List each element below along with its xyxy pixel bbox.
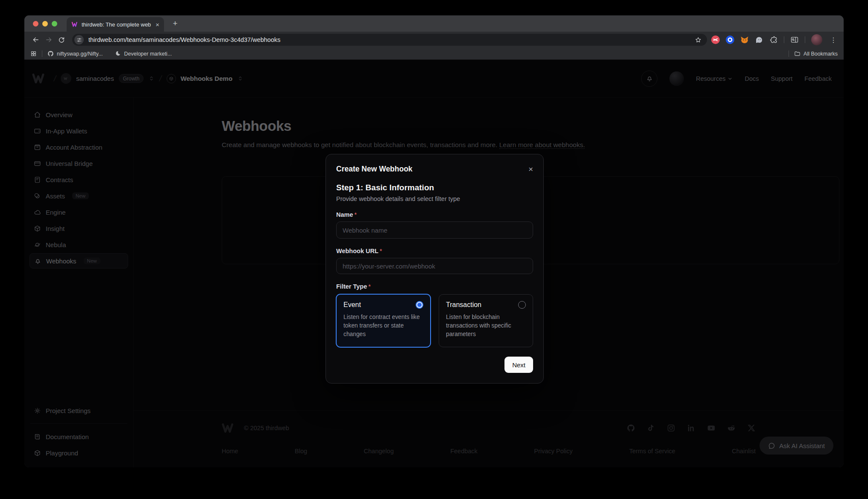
webhook-url-label: Webhook URL* bbox=[336, 248, 533, 254]
minimize-window-button[interactable] bbox=[42, 21, 48, 27]
browser-menu-icon[interactable]: ⋮ bbox=[828, 36, 839, 44]
webhook-name-input[interactable] bbox=[336, 221, 533, 239]
maximize-window-button[interactable] bbox=[52, 21, 57, 27]
browser-profile-avatar[interactable] bbox=[811, 34, 822, 45]
page-viewport: / saminacodes Growth / Webhooks Demo bbox=[24, 60, 844, 467]
filter-option-title: Transaction bbox=[446, 301, 481, 309]
browser-tab[interactable]: thirdweb: The complete web3 × bbox=[67, 17, 164, 32]
bookmark-item[interactable]: niftyswap.gg/Nifty... bbox=[47, 50, 103, 57]
next-button[interactable]: Next bbox=[504, 357, 533, 373]
apps-grid-icon[interactable] bbox=[30, 50, 37, 57]
extension-red-icon[interactable] bbox=[711, 35, 720, 44]
reload-icon[interactable] bbox=[55, 33, 68, 46]
modal-title: Create New Webhook bbox=[336, 165, 413, 174]
phantom-wallet-icon[interactable] bbox=[755, 35, 763, 44]
extensions-puzzle-icon[interactable] bbox=[769, 35, 778, 44]
tab-strip: thirdweb: The complete web3 × + bbox=[24, 15, 844, 32]
traffic-lights bbox=[33, 21, 57, 27]
bookmark-label: Developer marketi... bbox=[124, 51, 172, 57]
browser-toolbar: thirdweb.com/team/saminacodes/Webhooks-D… bbox=[24, 32, 844, 48]
radio-indicator[interactable] bbox=[518, 301, 526, 309]
github-icon bbox=[47, 50, 54, 57]
browser-window: thirdweb: The complete web3 × + thirdweb… bbox=[24, 15, 844, 467]
bookmarks-bar: niftyswap.gg/Nifty... Developer marketi.… bbox=[24, 48, 844, 60]
filter-option-card[interactable]: Event Listen for contract events like to… bbox=[336, 294, 431, 347]
crescent-icon bbox=[114, 50, 121, 57]
all-bookmarks-label: All Bookmarks bbox=[803, 51, 838, 57]
required-asterisk: * bbox=[355, 211, 357, 218]
filter-option-description: Listen for blockchain transactions with … bbox=[446, 313, 526, 339]
required-asterisk: * bbox=[380, 248, 382, 254]
bookmarks-divider bbox=[789, 50, 789, 57]
url-bar[interactable]: thirdweb.com/team/saminacodes/Webhooks-D… bbox=[72, 34, 707, 46]
tab-close-icon[interactable]: × bbox=[154, 21, 161, 28]
step-subtitle: Provide webhook details and select filte… bbox=[336, 195, 533, 202]
new-tab-button[interactable]: + bbox=[169, 18, 181, 30]
filter-option-title: Event bbox=[343, 301, 361, 309]
filter-option-card[interactable]: Transaction Listen for blockchain transa… bbox=[439, 294, 533, 347]
name-label: Name* bbox=[336, 211, 533, 218]
bookmark-label: niftyswap.gg/Nifty... bbox=[57, 51, 103, 57]
toolbar-divider bbox=[784, 36, 784, 43]
folder-icon bbox=[794, 50, 801, 57]
side-panel-icon[interactable] bbox=[790, 35, 799, 44]
filter-type-options: Event Listen for contract events like to… bbox=[336, 294, 533, 347]
bookmark-items: niftyswap.gg/Nifty... Developer marketi.… bbox=[47, 50, 184, 57]
create-webhook-modal: Create New Webhook × Step 1: Basic Infor… bbox=[326, 154, 544, 384]
thirdweb-favicon bbox=[71, 21, 78, 28]
all-bookmarks-button[interactable]: All Bookmarks bbox=[794, 50, 838, 57]
filter-type-label: Filter Type* bbox=[336, 283, 533, 290]
close-window-button[interactable] bbox=[33, 21, 38, 27]
metamask-icon[interactable] bbox=[740, 35, 749, 44]
toolbar-divider bbox=[805, 36, 805, 43]
radio-indicator[interactable] bbox=[416, 301, 423, 309]
back-icon[interactable] bbox=[29, 33, 42, 46]
tab-title: thirdweb: The complete web3 bbox=[82, 21, 151, 28]
bookmarks-divider bbox=[42, 50, 42, 57]
required-asterisk: * bbox=[368, 283, 371, 290]
step-heading: Step 1: Basic Information bbox=[336, 183, 533, 192]
modal-close-icon[interactable]: × bbox=[528, 165, 533, 173]
coinbase-wallet-icon[interactable] bbox=[726, 35, 734, 44]
bookmark-star-icon[interactable] bbox=[695, 36, 702, 44]
extension-cluster: ⋮ bbox=[711, 34, 839, 45]
site-controls-icon[interactable] bbox=[74, 35, 84, 44]
bookmark-item[interactable]: Developer marketi... bbox=[114, 50, 172, 57]
webhook-url-input[interactable] bbox=[336, 258, 533, 274]
forward-icon[interactable] bbox=[42, 33, 55, 46]
filter-option-description: Listen for contract events like token tr… bbox=[343, 313, 423, 339]
url-text[interactable]: thirdweb.com/team/saminacodes/Webhooks-D… bbox=[88, 36, 695, 43]
